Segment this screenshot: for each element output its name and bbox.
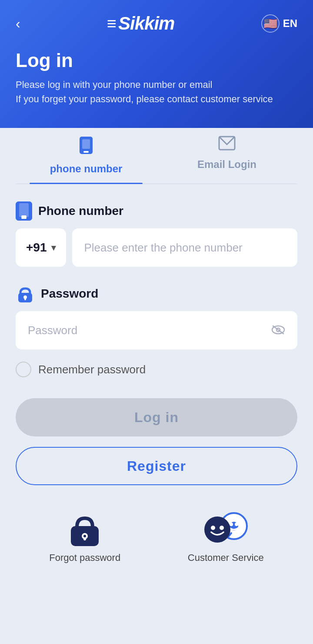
phone-input[interactable]	[72, 228, 298, 267]
subtitle-line2: If you forget your password, please cont…	[16, 92, 297, 106]
svg-rect-9	[24, 297, 26, 300]
bottom-links: Forgot password	[16, 511, 297, 572]
password-section-header: Password	[16, 284, 297, 303]
password-section-label: Password	[41, 287, 98, 301]
register-button[interactable]: Register	[16, 447, 297, 485]
flag-icon: 🇺🇸	[261, 14, 280, 33]
phone-section-label: Phone number	[38, 204, 123, 218]
country-code-button[interactable]: +91 ▾	[16, 228, 66, 267]
tab-email[interactable]: Email Login	[156, 124, 297, 184]
chevron-down-icon: ▾	[51, 242, 56, 253]
page-title: Log in	[16, 50, 297, 71]
phone-input-row: +91 ▾	[16, 228, 297, 267]
customer-service-label: Customer Service	[188, 552, 264, 564]
password-input[interactable]	[16, 311, 297, 349]
lang-label: EN	[283, 17, 297, 30]
phone-section-icon	[16, 201, 32, 221]
svg-rect-1	[83, 151, 89, 153]
phone-tab-icon	[79, 136, 93, 158]
country-code-value: +91	[26, 241, 47, 255]
logo: ≡ Sikkim	[107, 13, 175, 34]
logo-arrow-icon: ≡	[107, 14, 117, 33]
password-input-wrap	[16, 311, 297, 349]
svg-point-20	[235, 523, 238, 526]
login-button[interactable]: Log in	[16, 398, 297, 436]
header: ‹ ≡ Sikkim 🇺🇸 EN Log in Please log in wi…	[0, 0, 313, 128]
svg-rect-2	[82, 139, 90, 149]
tab-phone[interactable]: phone number	[16, 124, 156, 184]
language-button[interactable]: 🇺🇸 EN	[261, 14, 297, 33]
main-content: phone number Email Login Phone number +9…	[0, 124, 313, 598]
forgot-password-link[interactable]: Forgot password	[49, 511, 120, 564]
remember-label: Remember password	[38, 363, 146, 376]
email-tab-icon	[218, 136, 236, 154]
forgot-password-icon	[69, 511, 100, 546]
customer-service-icon	[202, 511, 250, 546]
lock-icon	[16, 284, 35, 303]
password-toggle-icon[interactable]	[271, 323, 285, 338]
svg-point-22	[211, 526, 215, 530]
tab-phone-label: phone number	[50, 163, 123, 175]
subtitle-line1: Please log in with your phone number or …	[16, 77, 297, 92]
phone-section-header: Phone number	[16, 201, 297, 221]
svg-point-23	[220, 526, 224, 530]
customer-service-link[interactable]: Customer Service	[188, 511, 264, 564]
remember-row: Remember password	[16, 362, 297, 377]
svg-rect-6	[21, 217, 27, 219]
header-content: Log in Please log in with your phone num…	[16, 50, 297, 106]
svg-point-16	[83, 535, 86, 537]
logo-text: Sikkim	[118, 13, 174, 34]
forgot-password-label: Forgot password	[49, 552, 120, 564]
tab-email-label: Email Login	[197, 158, 256, 171]
back-button[interactable]: ‹	[16, 17, 20, 30]
remember-checkbox[interactable]	[16, 362, 31, 377]
svg-rect-5	[19, 203, 29, 217]
svg-point-21	[204, 517, 230, 543]
login-tabs: phone number Email Login	[16, 124, 297, 184]
